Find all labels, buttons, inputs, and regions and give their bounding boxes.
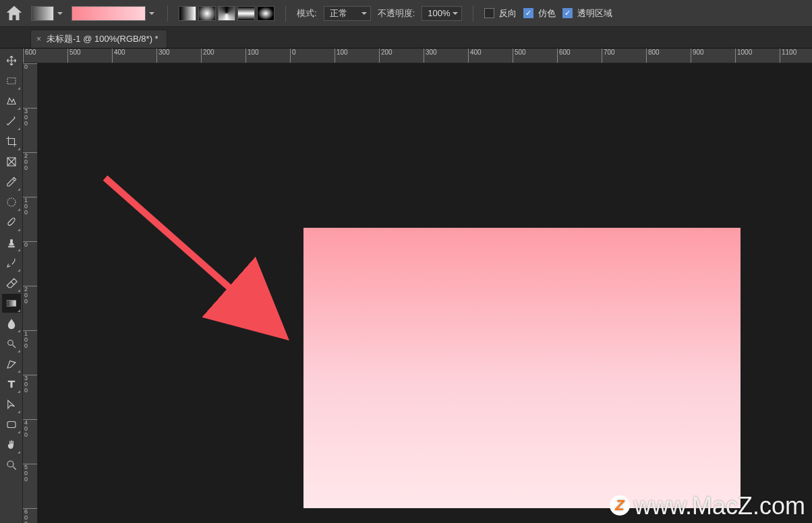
document-tab-bar: × 未标题-1 @ 100%(RGB/8*) * xyxy=(0,27,812,49)
checkbox-icon xyxy=(523,8,533,18)
mode-label: 模式: xyxy=(297,7,317,20)
vertical-ruler: 03002001000200100300400500600 xyxy=(23,63,38,523)
blur-tool-icon[interactable] xyxy=(2,314,21,333)
eyedropper-tool-icon[interactable] xyxy=(2,173,21,191)
chevron-down-icon[interactable] xyxy=(55,6,65,21)
text-tool-icon[interactable] xyxy=(2,375,21,394)
shape-tool-icon[interactable] xyxy=(2,415,21,434)
gradient-preview-group[interactable] xyxy=(71,6,156,21)
spot-heal-tool-icon[interactable] xyxy=(2,193,21,212)
svg-rect-0 xyxy=(7,78,16,84)
close-icon[interactable]: × xyxy=(36,34,41,44)
options-bar: 模式: 正常 不透明度: 100% 反向 仿色 透明区域 xyxy=(0,0,812,27)
svg-rect-3 xyxy=(7,301,16,307)
crop-tool-icon[interactable] xyxy=(2,132,21,151)
transparency-checkbox[interactable]: 透明区域 xyxy=(562,7,612,20)
transparency-label: 透明区域 xyxy=(577,7,612,20)
svg-line-7 xyxy=(105,178,279,332)
svg-point-2 xyxy=(7,198,16,206)
history-brush-tool-icon[interactable] xyxy=(2,253,21,272)
gradient-swatch-icon xyxy=(31,6,54,21)
separator xyxy=(285,5,286,22)
brush-tool-icon[interactable] xyxy=(2,213,21,232)
chevron-down-icon[interactable] xyxy=(147,6,156,21)
gradient-radial-icon[interactable] xyxy=(198,6,216,21)
dither-checkbox[interactable]: 仿色 xyxy=(523,7,556,20)
dither-label: 仿色 xyxy=(538,7,556,20)
watermark: Zwww.MacZ.com xyxy=(610,492,805,520)
home-button[interactable] xyxy=(4,4,24,23)
stamp-tool-icon[interactable] xyxy=(2,233,21,252)
artboard[interactable] xyxy=(303,228,741,508)
reverse-label: 反向 xyxy=(499,7,517,20)
foreground-swatch-group[interactable] xyxy=(31,6,65,21)
dodge-tool-icon[interactable] xyxy=(2,334,21,353)
opacity-select[interactable]: 100% xyxy=(422,6,461,21)
document-tab[interactable]: × 未标题-1 @ 100%(RGB/8*) * xyxy=(30,30,167,48)
marquee-tool-icon[interactable] xyxy=(2,71,21,90)
gradient-linear-icon[interactable] xyxy=(179,6,196,21)
frame-tool-icon[interactable] xyxy=(2,152,21,171)
reverse-checkbox[interactable]: 反向 xyxy=(484,7,517,20)
move-tool-icon[interactable] xyxy=(2,51,21,70)
separator xyxy=(167,5,168,22)
opacity-label: 不透明度: xyxy=(378,7,415,20)
workspace: 6005004003002001000100200300400500600700… xyxy=(0,49,812,523)
gradient-reflected-icon[interactable] xyxy=(237,6,255,21)
mode-select[interactable]: 正常 xyxy=(324,6,371,21)
watermark-logo-icon: Z xyxy=(610,495,630,516)
separator xyxy=(473,5,473,22)
hand-tool-icon[interactable] xyxy=(2,435,21,454)
opacity-value: 100% xyxy=(428,8,450,18)
gradient-diamond-icon[interactable] xyxy=(257,6,274,21)
eraser-tool-icon[interactable] xyxy=(2,274,21,293)
horizontal-ruler: 6005004003002001000100200300400500600700… xyxy=(23,49,812,63)
annotation-arrow-icon xyxy=(103,175,305,350)
svg-point-6 xyxy=(7,461,13,467)
checkbox-icon xyxy=(484,8,494,18)
svg-rect-5 xyxy=(7,422,16,428)
path-select-tool-icon[interactable] xyxy=(2,395,21,414)
canvas-area[interactable]: Zwww.MacZ.com xyxy=(38,63,812,523)
wand-tool-icon[interactable] xyxy=(2,112,21,131)
pen-tool-icon[interactable] xyxy=(2,355,21,373)
document-tab-title: 未标题-1 @ 100%(RGB/8*) * xyxy=(47,33,158,45)
svg-point-4 xyxy=(7,340,13,346)
lasso-tool-icon[interactable] xyxy=(2,92,21,111)
mode-value: 正常 xyxy=(330,7,347,20)
gradient-preview[interactable] xyxy=(71,6,146,21)
gradient-angle-icon[interactable] xyxy=(218,6,235,21)
gradient-tool-icon[interactable] xyxy=(2,294,21,313)
gradient-type-buttons xyxy=(179,6,274,21)
tool-panel xyxy=(0,49,23,523)
zoom-tool-icon[interactable] xyxy=(2,456,21,474)
checkbox-icon xyxy=(562,8,573,18)
